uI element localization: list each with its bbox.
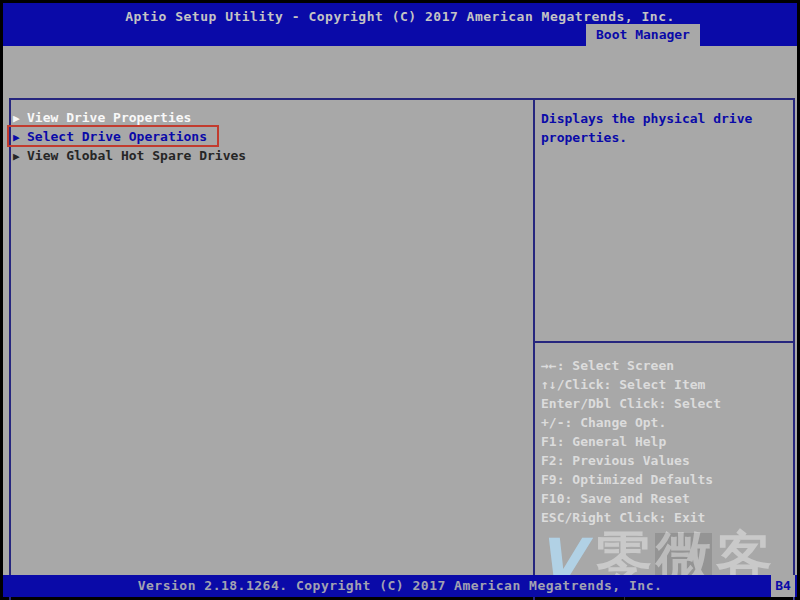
- app-title: Aptio Setup Utility - Copyright (C) 2017…: [3, 3, 797, 24]
- version-text: Version 2.18.1264. Copyright (C) 2017 Am…: [3, 575, 797, 597]
- submenu-arrow-icon: ▶: [13, 147, 27, 166]
- tab-boot-manager[interactable]: Boot Manager: [586, 24, 700, 46]
- main-area: ▶View Drive Properties ▶Select Drive Ope…: [3, 46, 797, 575]
- shortcut-key-list: →←: Select Screen ↑↓/Click: Select Item …: [541, 356, 791, 527]
- shortcut-change-opt: +/-: Change Opt.: [541, 413, 791, 432]
- red-annotation-box: [7, 125, 219, 147]
- shortcut-f1-help: F1: General Help: [541, 432, 791, 451]
- shortcut-select-item: ↑↓/Click: Select Item: [541, 375, 791, 394]
- status-bar: Version 2.18.1264. Copyright (C) 2017 Am…: [3, 575, 797, 597]
- help-section-divider: [535, 341, 793, 343]
- item-help-description: Displays the physical drive properties.: [541, 109, 787, 147]
- status-badge: B4: [771, 575, 795, 597]
- shortcut-enter-select: Enter/Dbl Click: Select: [541, 394, 791, 413]
- shortcut-f9-defaults: F9: Optimized Defaults: [541, 470, 791, 489]
- shortcut-select-screen: →←: Select Screen: [541, 356, 791, 375]
- shortcut-f2-previous: F2: Previous Values: [541, 451, 791, 470]
- panel-divider: [533, 98, 535, 600]
- title-bar: Aptio Setup Utility - Copyright (C) 2017…: [3, 3, 797, 46]
- menu-item-label: View Drive Properties: [27, 110, 191, 125]
- menu-item-label: View Global Hot Spare Drives: [27, 148, 246, 163]
- menu-item-view-global-hot-spare-drives[interactable]: ▶View Global Hot Spare Drives: [13, 146, 246, 165]
- shortcut-f10-save-reset: F10: Save and Reset: [541, 489, 791, 508]
- shortcut-esc-exit: ESC/Right Click: Exit: [541, 508, 791, 527]
